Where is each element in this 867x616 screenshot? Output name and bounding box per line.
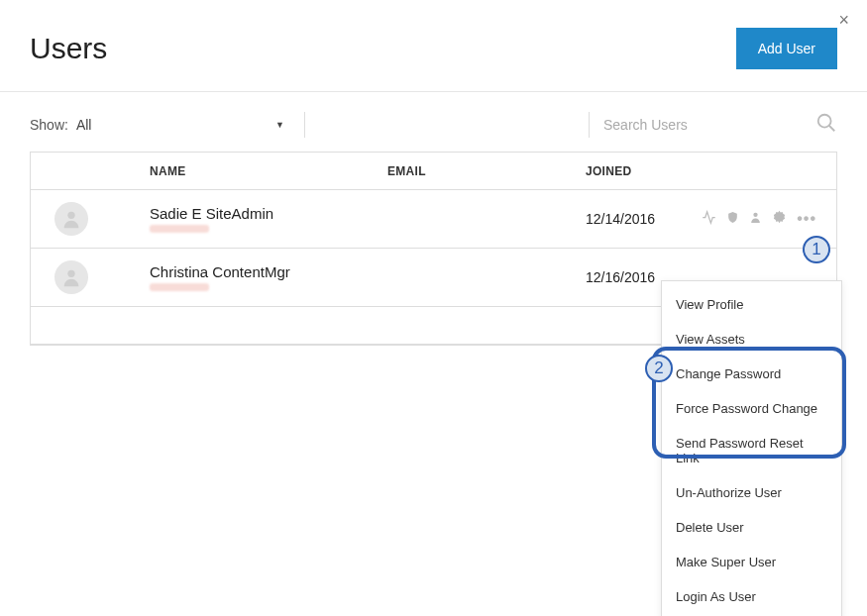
- svg-point-5: [67, 270, 74, 277]
- show-label: Show:: [30, 117, 68, 133]
- page-header: Users Add User: [0, 0, 867, 92]
- col-name: NAME: [150, 164, 387, 178]
- menu-send-password-reset-link[interactable]: Send Password Reset Link: [662, 426, 841, 475]
- activity-icon[interactable]: [702, 210, 716, 229]
- user-name: Sadie E SiteAdmin: [150, 205, 387, 222]
- col-email: EMAIL: [387, 164, 586, 178]
- toolbar: Show: All ▼: [0, 92, 867, 152]
- menu-view-profile[interactable]: View Profile: [662, 287, 841, 322]
- person-icon[interactable]: [749, 210, 762, 229]
- divider: [589, 112, 590, 138]
- more-icon[interactable]: •••: [797, 210, 816, 228]
- search-icon[interactable]: [815, 112, 837, 138]
- menu-login-as-user[interactable]: Login As User: [662, 579, 841, 614]
- menu-delete-user[interactable]: Delete User: [662, 510, 841, 545]
- username-redacted: [150, 225, 209, 233]
- table-row[interactable]: Sadie E SiteAdmin 12/14/2016 •••: [31, 190, 836, 249]
- close-icon[interactable]: ×: [838, 10, 849, 31]
- username-redacted: [150, 283, 209, 291]
- search-group: [577, 112, 837, 138]
- name-cell: Christina ContentMgr: [150, 263, 387, 291]
- shield-icon[interactable]: [726, 210, 739, 229]
- gear-icon[interactable]: [772, 210, 787, 229]
- table-header: NAME EMAIL JOINED: [31, 153, 836, 190]
- svg-point-0: [818, 115, 831, 128]
- row-context-menu: View Profile View Assets Change Password…: [661, 280, 842, 616]
- avatar: [54, 202, 88, 236]
- svg-line-1: [829, 126, 835, 132]
- user-name: Christina ContentMgr: [150, 263, 387, 280]
- joined-date: 12/16/2016: [586, 269, 655, 285]
- chevron-down-icon: ▼: [275, 120, 284, 130]
- menu-view-assets[interactable]: View Assets: [662, 322, 841, 357]
- show-select[interactable]: All ▼: [76, 117, 284, 133]
- callout-badge-1: 1: [803, 236, 830, 263]
- menu-force-password-change[interactable]: Force Password Change: [662, 391, 841, 426]
- callout-badge-2: 2: [645, 355, 673, 382]
- col-joined: JOINED: [586, 164, 816, 178]
- show-value: All: [76, 117, 92, 133]
- joined-date: 12/14/2016: [586, 211, 655, 227]
- svg-point-2: [67, 212, 74, 219]
- avatar: [54, 260, 88, 294]
- divider: [304, 112, 305, 138]
- add-user-button[interactable]: Add User: [736, 28, 837, 69]
- menu-unauthorize-user[interactable]: Un-Authorize User: [662, 475, 841, 510]
- page-title: Users: [30, 32, 107, 65]
- menu-make-super-user[interactable]: Make Super User: [662, 545, 841, 579]
- svg-point-3: [754, 212, 758, 216]
- name-cell: Sadie E SiteAdmin: [150, 205, 387, 233]
- search-input[interactable]: [603, 117, 802, 133]
- filter-group: Show: All ▼: [30, 112, 305, 138]
- menu-change-password[interactable]: Change Password: [662, 357, 841, 391]
- row-actions: •••: [702, 210, 816, 229]
